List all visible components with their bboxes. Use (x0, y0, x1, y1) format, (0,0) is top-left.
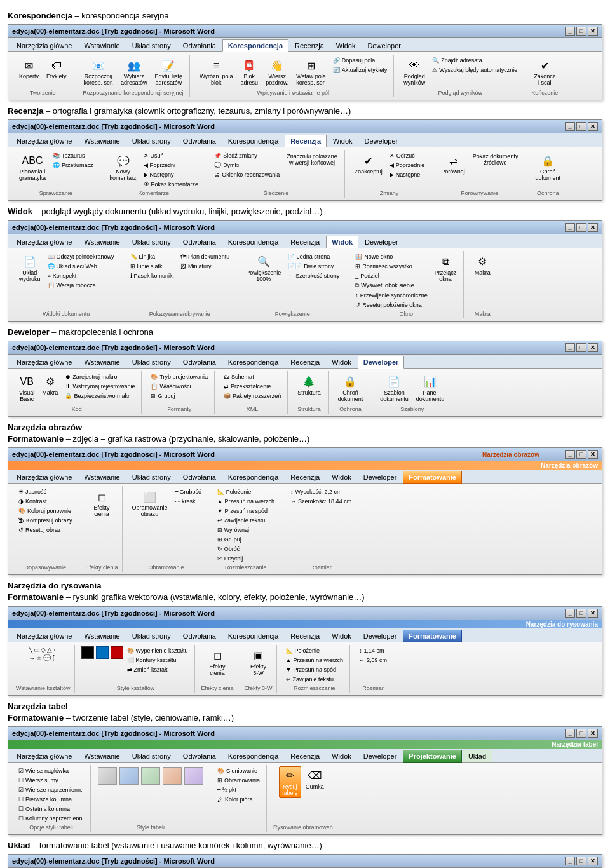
chk-ostatnia-kol[interactable]: ☐Ostatnia kolumna (16, 804, 86, 813)
tab-re-w[interactable]: Recenzja (285, 236, 325, 248)
btn-obramowanie-ob[interactable]: ⬜ Obramowanieobrazu (129, 487, 171, 519)
tab-od-ob[interactable]: Odwołania (177, 471, 222, 483)
btn-znaczniki[interactable]: Znaczniki pokazanew wersji końcowej (283, 151, 341, 168)
btn-grupuj-ob[interactable]: ⊞Grupuj (215, 535, 277, 544)
btn-nowy-komentarz[interactable]: 💬 Nowykomentarz (107, 151, 140, 183)
chk-kol-naprz[interactable]: ☐Kolumny naprzemienn. (16, 814, 86, 823)
tab-us-ob[interactable]: Układ strony (126, 471, 177, 483)
tab-ko-tp[interactable]: Korespondencja (222, 750, 285, 762)
btn-wybierz-adresatow[interactable]: 👥 Wybierzadresatów (118, 56, 151, 88)
btn-zawijanie-ob[interactable]: ↩Zawijanie tekstu (215, 516, 277, 525)
tab-od-w[interactable]: Odwołania (177, 236, 222, 248)
tab-vi-d[interactable]: Widok (326, 356, 357, 368)
btn-wstrzymaj[interactable]: ⏸Wstrzymaj rejestrowanie (62, 382, 137, 391)
input-szerokosc-ob[interactable]: ↔Szerokość: 18,44 cm (288, 497, 354, 506)
tab-us-w[interactable]: Układ strony (126, 236, 177, 248)
input-wysokosc-ob[interactable]: ↕Wysokość: 2,2 cm (288, 487, 354, 496)
btn-visual-basic[interactable]: VB VisualBasic (16, 372, 37, 404)
btn-cieniowanie[interactable]: 🎨Cieniowanie (215, 766, 262, 775)
tab-uklad-tp[interactable]: Układ (463, 750, 492, 762)
restore-btn-r[interactable]: □ (576, 122, 586, 131)
btn-tezaurus[interactable]: 📚Tezaurus (50, 151, 96, 160)
restore-btn-tp[interactable]: □ (576, 729, 586, 738)
tab-us-d[interactable]: Układ strony (126, 356, 177, 368)
tab-od-ry[interactable]: Odwołania (177, 630, 222, 642)
btn-tryb-proj[interactable]: 🎨Tryb projektowania (148, 372, 210, 381)
tab-korespondencja[interactable]: Korespondencja (222, 39, 288, 52)
tab-ws-ob[interactable]: Wstawianie (78, 471, 125, 483)
table-style-4[interactable] (163, 767, 182, 785)
btn-przesun-spod-ry[interactable]: ▼Przesuń na spód (283, 665, 346, 674)
btn-edytuj-liste[interactable]: 📝 Edytuj listęadresatów (152, 56, 186, 88)
close-btn-r[interactable]: ✕ (588, 122, 598, 131)
tab-recenzja[interactable]: Recenzja (289, 39, 330, 51)
tab-ng-ry[interactable]: Narzędzia główne (11, 630, 78, 642)
btn-pasek-komunik[interactable]: ℹPasek komunik. (128, 271, 177, 280)
btn-wersja-robocza[interactable]: 📋Wersja robocza (45, 281, 117, 290)
shape-line[interactable]: ╲ (29, 646, 32, 653)
btn-linie-siatki[interactable]: ⊞Linie siatki (128, 262, 177, 271)
btn-kreski-ob[interactable]: - -kreski (172, 497, 204, 506)
btn-jasnosc[interactable]: ☀Jasność (16, 487, 75, 496)
shape-callout[interactable]: 💬 (43, 654, 51, 661)
swatch-blue[interactable] (96, 646, 109, 659)
btn-przeksztalcenie[interactable]: ⇄Przekształcenie (221, 382, 283, 391)
minimize-btn-ry[interactable]: _ (565, 609, 575, 618)
restore-btn-ry[interactable]: □ (576, 609, 586, 618)
btn-etykiety[interactable]: 🏷 Etykiety (43, 56, 70, 81)
btn-wlasciwosci[interactable]: 📋Właściwości (148, 382, 210, 391)
btn-przesun-wierzch-ob[interactable]: ▲Przesuń na wierzch (215, 497, 277, 506)
tab-us-ry[interactable]: Układ strony (126, 630, 177, 642)
table-style-3[interactable] (141, 767, 160, 785)
btn-usun-kom[interactable]: ✕Usuń (141, 151, 201, 160)
btn-nastepny-kom[interactable]: ▶Następny (141, 170, 201, 179)
chk-wiersz-nagl[interactable]: ☑Wiersz nagłówka (16, 766, 86, 775)
btn-struktura[interactable]: 🌲 Struktura (294, 372, 324, 398)
btn-gumka[interactable]: ⌫ Gumka (302, 766, 327, 792)
btn-kontury[interactable]: ⬜Kontury kształtu (125, 656, 191, 665)
btn-resetuj-obraz[interactable]: ↺Resetuj obraz (16, 526, 75, 534)
btn-koloruj[interactable]: 🎨Koloruj ponownie (16, 506, 75, 515)
tab-us-r[interactable]: Układ strony (126, 135, 177, 147)
btn-uklad-sieci[interactable]: 🌐Układ sieci Web (45, 262, 117, 271)
table-style-5[interactable] (184, 767, 203, 785)
shape-circle[interactable]: ○ (53, 646, 57, 653)
btn-pakiety[interactable]: 📦Pakiety rozszerzeń (221, 391, 283, 400)
swatch-black[interactable] (81, 646, 94, 659)
btn-konspekt[interactable]: ≡Konspekt (45, 271, 117, 280)
btn-rysuj-tabele[interactable]: ✏ Rysujtabelę (279, 766, 301, 798)
close-btn-d[interactable]: ✕ (588, 343, 598, 352)
close-btn-ry[interactable]: ✕ (588, 609, 598, 618)
tab-us-tp[interactable]: Układ strony (126, 750, 177, 762)
btn-pisownia[interactable]: ABC Pisownia igramatyka (16, 151, 49, 183)
btn-efekty-3w[interactable]: ▣ Efekty3-W (247, 646, 269, 678)
btn-jedna-strona[interactable]: 📄Jedna strona (285, 252, 342, 261)
btn-znajdz-adresata[interactable]: 🔍 Znajdź adresata (430, 56, 520, 65)
btn-polozenie-ry[interactable]: 📐Położenie (283, 646, 346, 655)
tab-ko-r[interactable]: Korespondencja (222, 135, 285, 147)
btn-wyszukaj-bledy[interactable]: ⚠ Wyszukaj błędy automatycznie (430, 65, 520, 74)
tab-ng-w[interactable]: Narzędzia główne (11, 236, 78, 248)
minimize-btn-tu[interactable]: _ (565, 857, 575, 865)
tab-od-r[interactable]: Odwołania (177, 135, 222, 147)
btn-podziel[interactable]: ⎯Podziel (353, 271, 430, 280)
btn-wiersz-pozdrow[interactable]: 👋 Wierszpozdrow. (262, 56, 292, 88)
close-btn[interactable]: ✕ (588, 27, 598, 36)
tab-vi-r[interactable]: Widok (327, 135, 358, 147)
btn-kompresuj[interactable]: 🗜Kompresuj obrazy (16, 516, 75, 525)
swatch-red[interactable] (111, 646, 123, 659)
tab-wstawianie[interactable]: Wstawianie (78, 39, 125, 51)
btn-zmien-ksztalt[interactable]: ⇄Zmień kształt (125, 665, 191, 674)
tab-ws-ry[interactable]: Wstawianie (78, 630, 125, 642)
btn-makra-w[interactable]: ⚙ Makra (471, 252, 494, 278)
btn-podglad-wynikow[interactable]: 👁 Podglądwyników (400, 56, 428, 88)
btn-linijka[interactable]: 📏Linijka (128, 252, 177, 261)
btn-makra-d[interactable]: ⚙ Makra (39, 372, 61, 398)
restore-btn-ob[interactable]: □ (576, 450, 586, 459)
minimize-btn-d[interactable]: _ (565, 343, 575, 352)
btn-szerokosc[interactable]: ↔Szerokość strony (285, 271, 342, 280)
close-btn-tp[interactable]: ✕ (588, 729, 598, 738)
input-szerokosc-ry[interactable]: ↔2,09 cm (356, 656, 390, 665)
table-style-1[interactable] (98, 767, 117, 785)
tab-ko-w[interactable]: Korespondencja (222, 236, 285, 248)
